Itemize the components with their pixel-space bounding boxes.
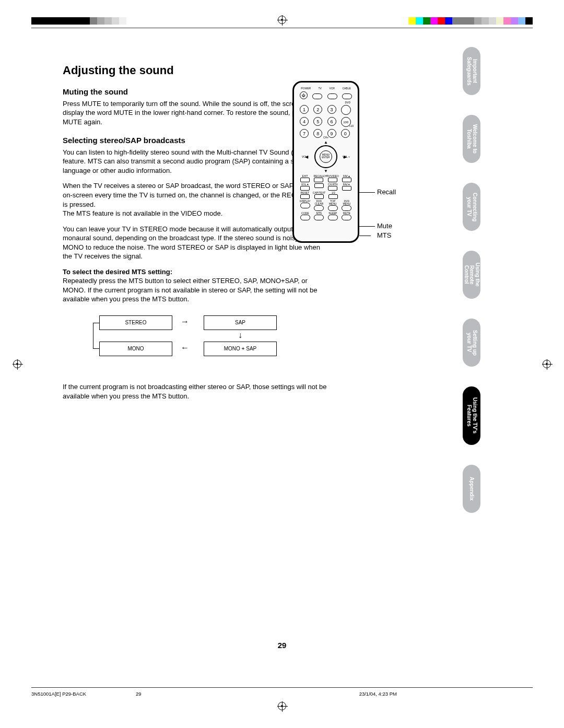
remote-num-6: 6 — [327, 117, 336, 126]
remote-button — [300, 203, 310, 208]
remote-button-col: FAV▼ — [341, 183, 353, 191]
registration-mark-top — [278, 16, 286, 24]
remote-button — [342, 205, 351, 211]
mts-flow-diagram: STEREO SAP MONO MONO + SAP → ↓ ← — [84, 315, 360, 368]
remote-button-col — [341, 192, 352, 199]
mts-paragraph-2: If the current program is not broadcasti… — [63, 382, 329, 401]
calibration-square — [445, 17, 452, 25]
sap-paragraph-1: You can listen to high-fidelity stereo s… — [63, 148, 329, 175]
calibration-square — [416, 17, 423, 25]
cable-mode-button — [342, 93, 352, 99]
registration-mark-left — [13, 360, 21, 368]
remote-button — [300, 186, 310, 191]
arrow-right-icon: → — [181, 318, 189, 326]
remote-button-col: DVD CLEAR — [313, 200, 325, 211]
calibration-square — [97, 17, 104, 25]
calibration-square — [46, 17, 53, 25]
chapter-tab: Appendix — [463, 465, 480, 513]
nav-ring: MENU/ ENTER — [314, 145, 337, 168]
remote-button-col: CODE — [299, 212, 311, 220]
nav-left-icon: ◀ — [305, 155, 308, 159]
tv-mode-button — [312, 93, 322, 99]
calibration-square — [525, 17, 533, 25]
calibration-square — [75, 17, 83, 25]
remote-num-3: 3 — [327, 105, 336, 114]
remote-number-pad: 1234561007890 — [297, 104, 355, 139]
remote-button-col: 1/2 — [327, 192, 339, 199]
footer-rule — [31, 687, 533, 688]
remote-button — [328, 186, 337, 191]
remote-num-blank — [341, 105, 351, 115]
remote-button-col: MUTE — [341, 212, 353, 220]
remote-button-row-4: DISPLAYDVD CLEARTOP MENUDVD MENU — [297, 199, 355, 212]
chapter-tab: Setting up your TV — [463, 319, 480, 367]
remote-button — [300, 194, 310, 199]
remote-num-4: 4 — [300, 117, 309, 126]
nav-down-icon: ▼ — [324, 169, 328, 173]
remote-button — [342, 186, 351, 191]
calibration-square — [68, 17, 75, 25]
remote-num-8: 8 — [313, 129, 322, 138]
page-number: 29 — [278, 641, 287, 650]
callout-mts: MTS — [377, 231, 391, 239]
remote-button-col: VOL▼ — [299, 183, 311, 191]
calibration-square — [511, 17, 518, 25]
calibration-square — [423, 17, 430, 25]
remote-num-1: 1 — [300, 105, 309, 114]
remote-label-dvd: DVD — [345, 101, 350, 104]
remote-button — [314, 205, 324, 211]
calibration-square — [496, 17, 503, 25]
calibration-square — [61, 17, 68, 25]
remote-num-5: 5 — [313, 117, 322, 126]
callout-recall: Recall — [377, 188, 396, 196]
nav-center-label-2: ENTER — [322, 157, 330, 159]
calibration-square — [31, 17, 39, 25]
calibration-square — [112, 17, 119, 25]
remote-top-label-row: POWER TV VCR CABLE — [297, 87, 355, 90]
mts-setting-heading: To select the desired MTS setting: — [63, 267, 329, 277]
remote-label-tv: TV — [319, 87, 322, 90]
remote-label-vcr: VCR — [329, 87, 335, 90]
print-footer: 3N51001A[E] P29-BACK 29 23/1/04, 4:23 PM — [31, 691, 533, 697]
muting-paragraph: Press MUTE to temporarily turn off the s… — [63, 99, 329, 127]
chapter-tab: Important Safeguards — [463, 47, 480, 95]
remote-label-plus10: +10 — [349, 124, 354, 127]
calibration-squares-left — [31, 17, 134, 25]
callout-line-mts — [359, 236, 371, 236]
remote-button — [300, 215, 310, 220]
chapter-tab: Connecting your TV — [463, 183, 480, 231]
calibration-square — [53, 17, 61, 25]
remote-button — [314, 183, 324, 188]
footer-page: 29 — [136, 691, 188, 697]
remote-num-0: 0 — [341, 129, 350, 138]
chapter-tab: Using the Remote Control — [463, 251, 480, 299]
remote-button — [342, 215, 351, 220]
remote-button-col: RESET — [299, 192, 311, 199]
remote-button-row-2: VOL▼CH.RTNFAV▼ — [297, 183, 355, 191]
remote-button-col: DISPLAY — [299, 200, 311, 211]
calibration-square — [83, 17, 90, 25]
remote-button — [328, 205, 338, 211]
remote-button — [314, 194, 324, 199]
remote-button-col — [313, 183, 325, 191]
nav-right-icon: ▶ — [344, 155, 347, 159]
remote-button — [314, 215, 324, 220]
remote-button-col: DVD MENU — [341, 200, 353, 211]
top-rule — [31, 28, 533, 28]
calibration-square — [119, 17, 126, 25]
remote-button-col: EXIT — [299, 175, 311, 182]
remote-button-col: MTS — [313, 212, 325, 220]
remote-label-cable: CABLE — [342, 87, 350, 90]
remote-button-col: TOP MENU — [327, 200, 339, 211]
chapter-tab: Using the TV's Features — [463, 386, 480, 445]
mts-paragraph-1: Repeatedly press the MTS button to selec… — [63, 276, 329, 304]
remote-button-col: CH.RTN — [327, 183, 339, 191]
calibration-square — [518, 17, 525, 25]
footer-timestamp: 23/1/04, 4:23 PM — [359, 691, 533, 697]
vcr-mode-button — [327, 93, 337, 99]
calibration-square — [90, 17, 97, 25]
calibration-square — [474, 17, 481, 25]
remote-button-col: SLEEP — [327, 212, 339, 220]
remote-illustration-wrap: POWER TV VCR CABLE ⏻ DVD 1234561007890 C… — [292, 81, 359, 243]
footer-doc-id: 3N51001A[E] P29-BACK — [31, 691, 136, 697]
